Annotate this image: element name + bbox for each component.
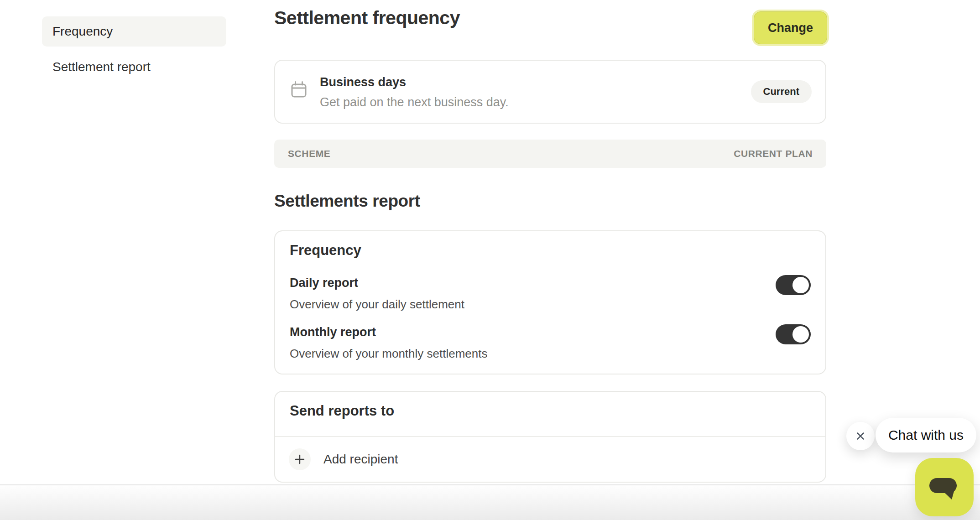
chat-tooltip-label: Chat with us (888, 427, 964, 443)
plan-subtitle: Get paid on the next business day. (320, 95, 509, 109)
monthly-report-description: Overview of your monthly settlements (290, 347, 488, 361)
frequency-card-title: Frequency (290, 242, 361, 259)
daily-report-label: Daily report (290, 276, 358, 290)
plan-title: Business days (320, 75, 406, 89)
plan-card[interactable]: Business days Get paid on the next busin… (274, 60, 826, 124)
chat-close-button[interactable] (846, 422, 875, 450)
send-reports-title: Send reports to (290, 403, 394, 419)
close-icon (854, 429, 867, 443)
settlements-report-heading: Settlements report (274, 192, 420, 211)
main-content: Settlement frequency Change Business day… (274, 0, 827, 520)
current-plan-column-label: CURRENT PLAN (734, 148, 813, 159)
scheme-header-bar: SCHEME CURRENT PLAN (274, 140, 826, 168)
monthly-report-label: Monthly report (290, 325, 376, 339)
chat-bubble-icon (915, 458, 974, 518)
settlement-settings-page: Frequency Settlement report Settlement f… (0, 0, 980, 520)
chat-tooltip[interactable]: Chat with us (876, 418, 976, 452)
change-button[interactable]: Change (754, 11, 827, 44)
send-reports-card: Send reports to Add recipient (274, 391, 826, 483)
sidebar-item-frequency[interactable]: Frequency (42, 16, 226, 47)
toggle-knob (792, 277, 809, 293)
daily-report-toggle[interactable] (776, 275, 811, 295)
calendar-icon (289, 80, 309, 100)
add-recipient-button[interactable]: Add recipient (275, 437, 825, 482)
daily-report-description: Overview of your daily settlement (290, 297, 464, 312)
scheme-column-label: SCHEME (288, 148, 330, 159)
chat-launcher-button[interactable] (915, 458, 974, 516)
add-recipient-label: Add recipient (323, 452, 398, 467)
plus-icon (289, 448, 311, 470)
toggle-knob (792, 326, 809, 343)
sidebar-item-settlement-report[interactable]: Settlement report (52, 60, 237, 74)
page-title: Settlement frequency (274, 6, 460, 29)
current-badge: Current (751, 80, 812, 103)
page-bottom-fade (0, 484, 980, 520)
frequency-card: Frequency Daily report Overview of your … (274, 230, 826, 374)
monthly-report-toggle[interactable] (776, 324, 811, 344)
sidebar: Frequency Settlement report (0, 0, 255, 520)
